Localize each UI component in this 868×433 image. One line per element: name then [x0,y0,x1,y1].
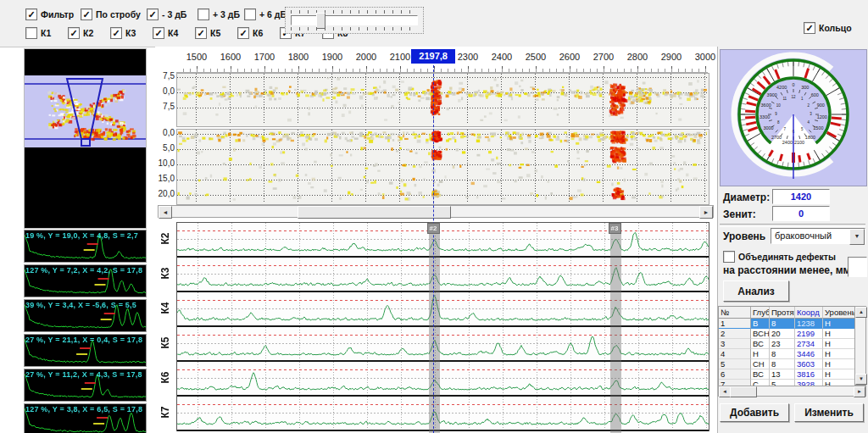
channel-checkbox-К4[interactable]: ✓К4 [153,27,178,39]
table-scroll-up-button[interactable]: ▲ [855,307,867,318]
table-scroll-right-button[interactable]: ► [854,386,865,397]
table-header-1[interactable]: Глуб [751,307,770,319]
svg-text:9: 9 [775,112,777,116]
checkbox-label: По стробу [96,9,141,19]
svg-text:3: 3 [810,112,812,116]
ascan-panel-6[interactable]: 127 %, Y = 3,8, X = 6,5, S = 17,8 [24,403,147,433]
scroll-left-button[interactable]: ◄ [159,206,172,219]
svg-text:4200: 4200 [776,85,787,90]
merge-distance-input[interactable] [848,257,867,277]
ring-gauge-panel[interactable]: 0300600900120015001800210024002700300033… [720,49,867,186]
svg-text:2: 2 [807,103,810,108]
table-hscroll-thumb[interactable] [730,386,757,397]
table-header-0[interactable]: № [719,307,751,319]
strip-chart-К3[interactable] [177,258,709,292]
slider-ticks-top [291,10,416,14]
ascan-panel-5[interactable]: 27 %, Y = 11,2, X = 4,3, S = 17,8 [24,369,147,402]
scroll-right-button[interactable]: ► [699,206,713,219]
table-scroll-left-button[interactable]: ◄ [719,386,731,397]
defect-badge-#3[interactable]: #3 [609,223,621,234]
bscan-top-panel[interactable] [176,73,709,127]
bscan-bottom-panel[interactable] [176,129,709,205]
table-row-2[interactable]: 2ВСН202199Н [719,329,855,339]
defect-table[interactable]: №ГлубПротяжКоордУровень1В81238Н2ВСН20219… [718,306,856,387]
defect-band-#2[interactable] [429,222,440,433]
filter-checkbox-2[interactable]: ✓По стробу [81,8,141,20]
channel-checkbox-К1[interactable]: К1 [25,27,51,39]
checkbox-label: Кольцо [819,23,852,33]
table-horizontal-scrollbar[interactable]: ◄ ► [718,386,866,397]
bscan-top-canvas[interactable] [177,74,707,125]
strip-chart-К5[interactable] [177,327,709,362]
table-header-4[interactable]: Уровень [823,307,855,319]
strip-chart-К6[interactable] [177,362,709,397]
ruler-label-2600: 2600 [553,52,587,62]
chevron-down-icon[interactable]: ▼ [849,229,865,245]
weld-cross-section-canvas[interactable] [25,75,146,147]
table-row-4[interactable]: 4Н83446Н [719,349,855,359]
position-cursor-line[interactable] [433,65,434,433]
checkbox-box: ✓ [195,27,207,39]
table-scroll-down-button[interactable]: ▼ [855,374,867,385]
filter-checkbox-3[interactable]: ✓- 3 дБ [147,8,186,20]
table-header-3[interactable]: Коорд [795,307,823,319]
strip-canvas-К4[interactable] [177,292,709,325]
ring-checkbox[interactable]: ✓Кольцо [804,22,852,34]
ascan-panel-2[interactable]: 127 %, Y = 7,2, X = 4,2, S = 17,8 [24,264,147,297]
analyze-button[interactable]: Анализ [723,280,789,302]
filter-checkbox-1[interactable]: ✓Фильтр [25,8,74,20]
defect-band-#3[interactable] [610,222,621,433]
add-button[interactable]: Добавить [720,403,789,422]
bscan-bottom-canvas[interactable] [177,130,707,203]
gain-slider[interactable] [285,7,424,34]
strip-canvas-К3[interactable] [177,258,709,291]
filter-checkbox-5[interactable]: + 6 дБ [244,8,287,20]
table-row-6[interactable]: 6ВС133816Н [719,369,855,380]
channel-checkbox-К5[interactable]: ✓К5 [195,27,220,39]
defect-badge-#2[interactable]: #2 [427,223,440,234]
checkbox-label: К3 [125,28,136,38]
edit-button[interactable]: Изменить [794,403,864,422]
channel-checkbox-К2[interactable]: ✓К2 [68,27,93,39]
strip-chart-К7[interactable] [177,397,709,431]
table-row-5[interactable]: 5СН83603Н [719,359,855,369]
channel-label-К6: К6 [148,370,181,386]
zenith-value[interactable]: 0 [772,206,830,221]
filter-checkbox-4[interactable]: + 3 дБ [198,8,240,20]
table-header-2[interactable]: Протяж [770,307,795,319]
scrollbar-thumb[interactable] [298,206,451,219]
horizontal-scrollbar[interactable]: ◄ ► [158,205,714,218]
svg-text:1500: 1500 [813,125,823,130]
table-vertical-scrollbar[interactable]: ▲ ▼ [854,306,866,386]
strip-canvas-К2[interactable] [177,223,709,256]
strip-chart-К2[interactable] [177,223,709,258]
svg-text:1200: 1200 [817,114,827,119]
table-row-1[interactable]: 1В81238Н [719,319,855,329]
slider-groove[interactable] [291,15,418,25]
strip-canvas-К5[interactable] [177,327,709,360]
strip-canvas-К6[interactable] [177,362,709,395]
separator [720,224,865,227]
diameter-value[interactable]: 1420 [772,189,830,204]
strip-chart-К4[interactable] [177,292,709,327]
main-scan-area: 1500160017001800190020002100230024002500… [155,47,717,433]
strip-canvas-К7[interactable] [177,397,709,430]
ascan-panel-1[interactable]: 19 %, Y = 19,0, X = 4,8, S = 2,7 [24,230,147,263]
merge-defects-checkbox[interactable]: Объединять дефекты [723,251,836,263]
table-cell: Н [823,319,855,329]
zenith-label: Зенит: [723,208,756,220]
ascan-panel-3[interactable]: 39 %, Y = 3,4, X = -5,6, S = 5,5 [24,299,147,332]
channel-label-К3: К3 [148,266,181,281]
table-row-3[interactable]: 3ВС232734Н [719,339,855,349]
table-cell: 3 [719,339,751,349]
ascan-panel-4[interactable]: 27 %, Y = 21,1, X = 0,4, S = 17,8 [24,334,147,367]
weld-view-panel[interactable] [24,48,147,229]
channel-checkbox-К6[interactable]: ✓К6 [237,27,263,39]
channel-checkbox-К3[interactable]: ✓К3 [110,27,136,39]
ascan-readout-text: 27 %, Y = 21,1, X = 0,4, S = 17,8 [25,336,146,344]
bscan2-ytick: 0,0 [155,128,175,137]
table-cell: 8 [770,349,795,359]
level-dropdown[interactable]: браковочный ▼ [771,228,865,244]
table-cell: ВС [751,369,770,380]
svg-text:12: 12 [791,95,796,99]
